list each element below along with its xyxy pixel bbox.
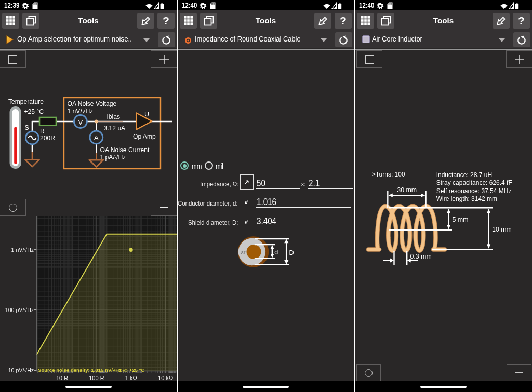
svg-text:U: U [144,111,149,118]
svg-text:V: V [78,118,83,126]
svg-text:3.12 uA: 3.12 uA [104,125,126,132]
svg-text:A: A [94,134,99,142]
svg-text:Source noise density: 1.815 nV: Source noise density: 1.815 nV/√Hz @ +25… [38,367,144,373]
svg-text:1 kΩ: 1 kΩ [125,375,137,381]
svg-text:εr: εr [241,249,246,255]
svg-text:Temperature: Temperature [8,98,44,105]
svg-text:Stray capacitance: 626.4 fF: Stray capacitance: 626.4 fF [436,179,512,186]
svg-text:OA Noise Voltage: OA Noise Voltage [68,100,117,107]
svg-text:0.3 mm: 0.3 mm [410,253,431,260]
svg-text:d: d [274,249,278,256]
svg-text:S: S [25,124,29,131]
svg-text:>Turns: 100: >Turns: 100 [372,171,405,178]
svg-text:1 nV/√Hz: 1 nV/√Hz [11,247,34,253]
svg-text:5 mm: 5 mm [453,216,469,223]
svg-text:OA Noise Current: OA Noise Current [100,146,150,154]
svg-text:R: R [40,128,45,135]
svg-text:10 pV/√Hz: 10 pV/√Hz [8,367,34,373]
svg-text:10 R: 10 R [56,375,68,381]
svg-text:30 mm: 30 mm [397,186,417,194]
svg-text:Wire length: 3142 mm: Wire length: 3142 mm [436,195,497,202]
svg-text:10 kΩ: 10 kΩ [158,375,173,381]
svg-text:Self resonance: 37.54 MHz: Self resonance: 37.54 MHz [436,187,512,195]
svg-text:10 mm: 10 mm [492,226,512,233]
svg-text:Inductance: 28.7 uH: Inductance: 28.7 uH [436,171,492,179]
svg-text:D: D [289,249,294,256]
svg-text:1 nV/√Hz: 1 nV/√Hz [68,107,94,115]
svg-text:Ibias: Ibias [107,113,121,120]
svg-text:100 R: 100 R [89,375,104,381]
svg-text:Op Amp: Op Amp [133,133,156,140]
svg-text:200R: 200R [40,134,55,142]
svg-text:100 pV/√Hz: 100 pV/√Hz [5,307,34,313]
svg-text:+25 °C: +25 °C [24,108,44,115]
